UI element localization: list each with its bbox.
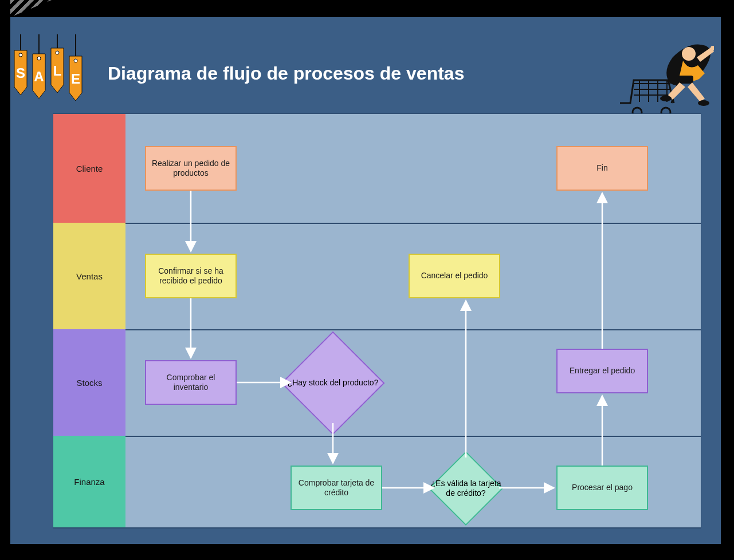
svg-text:S: S [16,65,25,81]
lane-label-stocks: Stocks [53,329,125,436]
node-realizar[interactable]: Realizar un pedido de productos [145,146,237,191]
svg-text:L: L [53,63,62,78]
diagram-sheet: Diagrama de flujo de procesos de ventas … [10,17,721,544]
svg-text:E: E [71,71,80,86]
svg-point-18 [682,47,696,61]
page-dogear [10,0,52,17]
node-procesar[interactable]: Procesar el pago [556,466,648,510]
node-comprobar-inv[interactable]: Comprobar el inventario [145,360,237,405]
svg-point-21 [698,100,709,106]
node-hay-stock-text: ¿Hay stock del producto? [269,342,397,423]
svg-point-6 [37,57,41,60]
node-entregar[interactable]: Entregar el pedido [556,349,648,393]
node-hay-stock[interactable]: ¿Hay stock del producto? [269,342,397,423]
lane-label-finanza: Finanza [53,436,125,527]
lane-label-ventas: Ventas [53,223,125,329]
svg-point-2 [19,53,22,57]
node-valida-cc-text: ¿Es válida la tarjeta de crédito? [414,455,517,522]
svg-point-14 [74,59,77,62]
svg-point-20 [660,96,672,101]
shopper-cart-icon [617,34,714,120]
header-bar: Diagrama de flujo de procesos de ventas … [10,17,721,113]
svg-rect-19 [678,76,693,84]
lane-label-cliente: Cliente [53,114,125,223]
diagram-title: Diagrama de flujo de procesos de ventas [108,63,464,84]
svg-text:A: A [34,69,44,84]
node-comprobar-cc[interactable]: Comprobar tarjeta de crédito [291,466,382,510]
swimlane-container: Cliente Ventas Stocks Finanza Realizar u… [53,113,701,528]
sale-tags-icon: S A L E [10,34,96,109]
node-confirmar[interactable]: Confirmar si se ha recibido el pedido [145,254,237,298]
node-valida-cc[interactable]: ¿Es válida la tarjeta de crédito? [414,455,517,522]
node-cancelar[interactable]: Cancelar el pedido [409,254,500,298]
svg-point-10 [56,51,59,54]
node-fin[interactable]: Fin [556,146,648,191]
